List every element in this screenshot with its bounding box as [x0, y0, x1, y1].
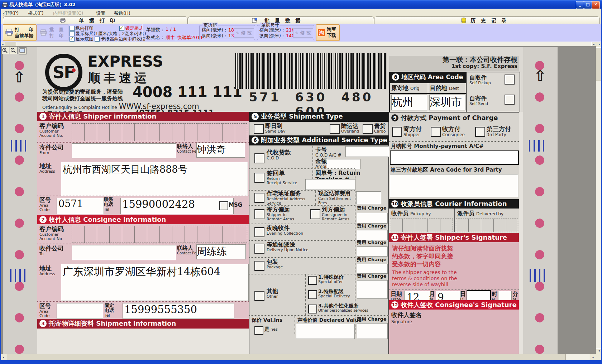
other-charge-input[interactable]	[357, 280, 388, 299]
menu-settings[interactable]: 设置	[96, 10, 105, 16]
consignee-area-input[interactable]	[57, 303, 103, 319]
bottom-horizontal-scrollbar[interactable]: ◂ ▸	[0, 354, 596, 360]
pay-third-party-checkbox[interactable]	[475, 127, 485, 137]
doc-count-label: 单据数：	[146, 27, 165, 33]
insured-yes-checkbox[interactable]	[254, 326, 263, 335]
shipper-area-input[interactable]: 0571	[57, 198, 104, 214]
brand-promo-1: 为提供更便捷的寄递服务，请登陆	[42, 89, 123, 95]
top-horizontal-scrollbar[interactable]: ◂ ▸	[0, 42, 596, 46]
row-separator	[249, 257, 355, 258]
section8-header: 8地区代码 Area Code	[390, 72, 466, 83]
sf-logo-text: SF	[53, 63, 75, 82]
pay-shipper-checkbox[interactable]	[392, 127, 402, 137]
insured-yes-label: 是 Yes	[264, 325, 278, 332]
consignee-contact-input[interactable]: 周练练	[196, 244, 246, 259]
show-ruler-checkbox[interactable]	[70, 31, 75, 36]
delivered-by-cells[interactable]	[456, 219, 518, 232]
right-column: 9付款方式 Payment of Charge 寄方付Shipper 收方付Co…	[389, 112, 519, 354]
insured-charge-input[interactable]	[357, 323, 388, 339]
menu-content-box-settings: 内容框设置(C)	[53, 10, 83, 16]
batch-print-label-1: 批 量	[49, 27, 63, 33]
notice-charge-input[interactable]	[357, 246, 388, 257]
shipper-company-label: 寄件公司From	[39, 144, 64, 155]
print-current-label-1: 打 印	[15, 27, 33, 33]
menu-print[interactable]: 打印(P)	[3, 10, 19, 16]
zoom-out-button[interactable]	[10, 47, 18, 54]
dest-label: 目的地 Dest	[430, 85, 459, 91]
msg-checkbox[interactable]	[219, 201, 228, 210]
shipper-tel-input[interactable]: 15990002428	[120, 198, 234, 214]
zoom-in-button[interactable]	[1, 47, 9, 54]
remote-charge-input[interactable]	[357, 213, 388, 224]
third-party-area-input[interactable]	[390, 174, 518, 197]
shipper-address-input[interactable]: 杭州市西湖区天目山路888号	[61, 162, 248, 196]
same-day-checkbox[interactable]	[254, 124, 264, 134]
feed-arrow-up-left: ⇧	[13, 70, 25, 85]
consignee-company-input[interactable]	[72, 245, 176, 260]
monthly-account-input[interactable]	[390, 150, 519, 165]
insured-divider	[295, 316, 295, 334]
print-current-icon	[5, 28, 14, 36]
close-button[interactable]: ✕	[592, 1, 600, 9]
taobao-download-button[interactable]: 淘 淘宝 下载	[316, 24, 340, 41]
pencil-icon: ✎	[295, 31, 298, 35]
consignee-remote-checkbox[interactable]	[310, 209, 320, 219]
orig-area-input[interactable]: 杭州	[391, 95, 427, 110]
section9-title: 付款方式 Payment of Charge	[401, 113, 498, 123]
other-checkbox[interactable]	[254, 291, 264, 301]
section11-body: 请仔细阅读背面所载契 约条款，签字即同意接 受条款的一切内容 The shipp…	[389, 242, 519, 300]
delivered-by-label: 派件员 Delivered by	[457, 210, 503, 217]
cash-settlement-input[interactable]	[356, 191, 381, 204]
brand-promo-2: 我司网站或拨打全国统一服务热线	[42, 96, 123, 102]
cargo-checkbox[interactable]	[363, 124, 373, 134]
consignee-tel-input[interactable]: 15999555350	[123, 303, 234, 319]
size-modify-button: ✎ 修 改	[293, 28, 313, 38]
shipper-remote-checkbox[interactable]	[254, 209, 264, 219]
package-checkbox[interactable]	[254, 261, 264, 271]
evening-collection-checkbox[interactable]	[254, 227, 264, 237]
portrait-print-checkbox[interactable]	[70, 26, 75, 31]
other-personalized-checkbox[interactable]	[308, 305, 317, 313]
package-charge-input[interactable]	[357, 264, 388, 274]
shrink-center-checkbox[interactable]	[95, 37, 100, 42]
declared-value-input[interactable]	[296, 324, 355, 339]
maximize-button[interactable]: □	[584, 1, 592, 9]
consignee-account-cells[interactable]	[72, 226, 247, 243]
show-background-checkbox[interactable]	[70, 37, 75, 42]
menu-help[interactable]: 帮助(H)	[114, 10, 130, 16]
evening-charge-input[interactable]	[357, 230, 388, 240]
shipper-contact-input[interactable]: 钟洪奇	[196, 143, 245, 158]
return-tracking-input[interactable]	[305, 179, 355, 190]
consignee-address-input[interactable]: 广东深圳市罗湖区华新村14栋604	[61, 264, 249, 301]
residential-checkbox[interactable]	[254, 193, 264, 203]
self-pickup-checkbox[interactable]	[505, 75, 515, 85]
shipper-account-cells[interactable]	[72, 123, 247, 141]
cod-card-input[interactable]	[345, 146, 389, 157]
return-receipt-checkbox[interactable]	[254, 173, 264, 183]
minimize-button[interactable]: _	[576, 1, 584, 9]
special-delivery-checkbox[interactable]	[308, 290, 317, 299]
fit-page-button[interactable]	[19, 47, 27, 54]
delivery-notice-checkbox[interactable]	[254, 244, 264, 254]
tab-document-print[interactable]: 单 据 打 印	[3, 16, 188, 24]
special-insured-checkbox[interactable]	[308, 276, 317, 285]
overland-checkbox[interactable]	[330, 124, 340, 134]
dest-area-input[interactable]: 深圳市	[429, 95, 466, 110]
cod-amount-input[interactable]	[327, 159, 360, 169]
self-send-checkbox[interactable]	[505, 95, 515, 105]
print-current-button[interactable]: 打 印 当前单据	[3, 24, 37, 41]
tab-history[interactable]: 历 史 记 录	[374, 16, 600, 24]
pickup-by-cells[interactable]	[390, 219, 453, 232]
shipper-tel-label: 联系电话Tel	[104, 197, 113, 212]
row-separator	[249, 315, 389, 316]
section2-number: 2	[39, 216, 47, 223]
menu-format[interactable]: 格式(F)	[28, 10, 44, 16]
cod-checkbox[interactable]	[254, 153, 264, 163]
msg-label: MSG	[229, 202, 242, 208]
section2-title: 收件人信息 Consignee Information	[49, 215, 166, 224]
application-window: 易人快递单（淘宝C店版）3.02 _ □ ✕ 打印(P) 格式(F) 内容框设置…	[0, 0, 602, 364]
shipper-company-input[interactable]	[72, 143, 176, 158]
pay-consignee-checkbox[interactable]	[431, 127, 441, 137]
section9-number: 9	[391, 114, 398, 121]
lock-format-checkbox[interactable]	[119, 26, 124, 31]
